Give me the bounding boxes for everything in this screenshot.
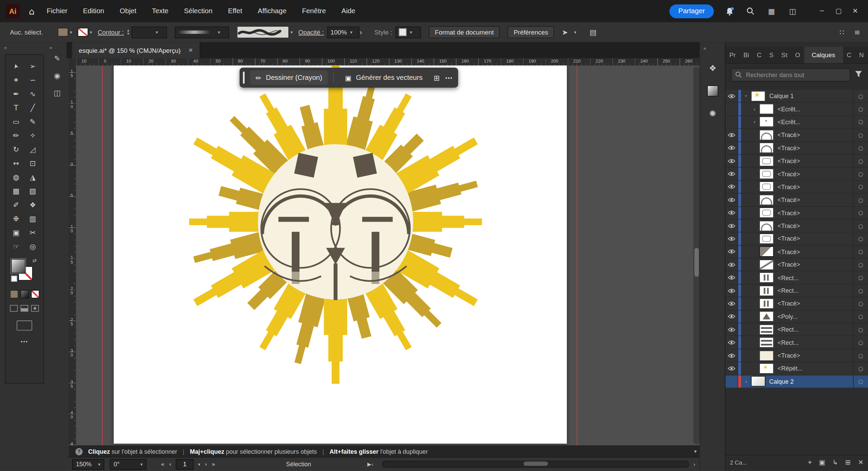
variable-width-profile-select[interactable]: ▾ bbox=[175, 26, 229, 38]
layer-row[interactable]: › <Répét... ○ bbox=[726, 362, 868, 375]
layer-row[interactable]: › <Tracé> ○ bbox=[726, 194, 868, 206]
panel-tab[interactable]: Pr bbox=[726, 51, 740, 58]
layer-name[interactable]: <Tracé> bbox=[774, 158, 853, 164]
layer-thumbnail[interactable] bbox=[759, 272, 774, 283]
layer-row[interactable]: › <Tracé> ○ bbox=[726, 207, 868, 220]
last-artboard-icon[interactable]: » bbox=[212, 461, 215, 468]
layer-name[interactable]: <Tracé> bbox=[774, 183, 853, 190]
draw-pencil-button[interactable]: ✏ Dessiner (Crayon) bbox=[250, 70, 328, 85]
layer-name[interactable]: <Tracé> bbox=[774, 144, 853, 151]
expand-chevron-icon[interactable]: › bbox=[751, 106, 758, 112]
layer-row[interactable]: › <Tracé> ○ bbox=[726, 349, 868, 362]
brush-dropdown-icon[interactable]: ▾ bbox=[291, 30, 293, 35]
close-icon[interactable]: ✕ bbox=[847, 0, 864, 22]
visibility-toggle[interactable] bbox=[726, 232, 738, 245]
shade-sphere-icon[interactable]: ◉ bbox=[54, 71, 61, 80]
menu-item[interactable]: Texte bbox=[152, 7, 169, 15]
rotation-select[interactable]: 0° ▾ bbox=[110, 459, 147, 469]
layer-target-icon[interactable]: ○ bbox=[853, 116, 868, 128]
menu-item[interactable]: Objet bbox=[120, 7, 136, 15]
scroll-down-icon[interactable]: ▾ bbox=[694, 449, 696, 454]
layer-thumbnail[interactable] bbox=[759, 246, 774, 257]
layer-row[interactable]: › <Tracé> ○ bbox=[726, 297, 868, 310]
layer-target-icon[interactable]: ○ bbox=[853, 336, 868, 349]
draw-behind-button[interactable] bbox=[21, 305, 28, 312]
rectangle-tool[interactable]: ▭ bbox=[8, 115, 24, 129]
visibility-toggle[interactable] bbox=[726, 90, 738, 103]
rotate-tool[interactable]: ↻ bbox=[8, 142, 24, 156]
menu-item[interactable]: Fichier bbox=[47, 7, 67, 15]
dropdown-icon[interactable]: ▾ bbox=[156, 30, 158, 35]
dropdown-icon[interactable]: ▾ bbox=[198, 462, 200, 467]
stroke-weight-label[interactable]: Contour : bbox=[98, 29, 124, 36]
layer-name[interactable]: <Tracé> bbox=[774, 209, 853, 216]
horizontal-ruler[interactable]: 1001020304050607080901001101201301401501… bbox=[76, 58, 700, 66]
perspective-grid-tool[interactable]: ◮ bbox=[24, 170, 41, 184]
fill-color-well[interactable] bbox=[11, 259, 26, 273]
delete-layer-icon[interactable]: ✕ bbox=[858, 458, 863, 466]
free-transform-tool[interactable]: ⊡ bbox=[24, 156, 41, 170]
layer-name[interactable]: <Tracé> bbox=[774, 132, 853, 138]
layer-row[interactable]: › <Tracé> ○ bbox=[726, 232, 868, 245]
layer-name[interactable]: <Tracé> bbox=[774, 236, 853, 242]
shape-builder-tool[interactable]: ◍ bbox=[8, 170, 24, 184]
layer-thumbnail[interactable] bbox=[751, 91, 765, 101]
scroll-right-icon[interactable]: › bbox=[693, 461, 696, 467]
panel-tab[interactable]: St bbox=[777, 51, 791, 58]
edit-toolbar-icon[interactable]: ✎ bbox=[54, 54, 60, 63]
layer-name[interactable]: Calque 1 bbox=[765, 93, 853, 99]
preferences-button[interactable]: Préférences bbox=[508, 26, 554, 38]
screen-mode-button[interactable] bbox=[17, 320, 32, 331]
fill-color-swatch[interactable] bbox=[58, 28, 68, 37]
visibility-toggle[interactable] bbox=[726, 259, 738, 271]
help-icon[interactable]: ? bbox=[75, 448, 83, 455]
visibility-toggle[interactable] bbox=[726, 129, 738, 141]
layer-target-icon[interactable]: ○ bbox=[853, 90, 868, 103]
layer-thumbnail[interactable] bbox=[759, 324, 774, 335]
stroke-weight-select[interactable]: ▾ bbox=[131, 26, 167, 38]
symbol-sprayer-tool[interactable]: ❉ bbox=[8, 212, 24, 226]
expand-panels-icon[interactable]: « bbox=[703, 45, 706, 51]
layer-target-icon[interactable]: ○ bbox=[853, 220, 868, 232]
visibility-toggle[interactable] bbox=[726, 155, 738, 167]
layer-target-icon[interactable]: ○ bbox=[853, 310, 868, 323]
dropdown-icon[interactable]: ▾ bbox=[218, 30, 220, 35]
color-button[interactable] bbox=[10, 290, 18, 298]
swap-colors-icon[interactable]: ⇄ bbox=[32, 258, 37, 263]
next-artboard-icon[interactable]: › bbox=[205, 461, 207, 468]
visibility-toggle[interactable] bbox=[726, 323, 738, 336]
notifications-bell-icon[interactable] bbox=[724, 6, 735, 16]
layer-name[interactable]: <Rect... bbox=[774, 326, 853, 333]
panel-tab[interactable]: C bbox=[753, 51, 765, 58]
layer-target-icon[interactable]: ○ bbox=[853, 207, 868, 219]
scrollbar-thumb[interactable] bbox=[694, 248, 698, 276]
new-layer-icon[interactable]: ⊞ bbox=[845, 458, 851, 466]
blend-tool[interactable]: ❖ bbox=[24, 198, 41, 212]
more-options-icon[interactable]: ••• bbox=[445, 74, 453, 81]
brush-definition-select[interactable] bbox=[237, 26, 289, 38]
effects-panel-icon[interactable]: ❖ bbox=[709, 63, 716, 73]
paintbrush-tool[interactable]: ✎ bbox=[24, 115, 41, 129]
curvature-tool[interactable]: ∿ bbox=[24, 87, 41, 101]
drag-handle[interactable] bbox=[243, 71, 245, 84]
dropdown-icon[interactable]: ▾ bbox=[98, 462, 101, 467]
edit-toolbar-icon[interactable]: ••• bbox=[21, 338, 28, 344]
layer-name[interactable]: Calque 2 bbox=[765, 378, 853, 385]
touch-workspace-icon[interactable]: ∷ bbox=[840, 28, 844, 37]
visibility-toggle[interactable] bbox=[726, 181, 738, 193]
document-setup-button[interactable]: Format de document bbox=[429, 26, 500, 38]
layer-thumbnail[interactable] bbox=[759, 298, 774, 309]
shaper-tool[interactable]: ✧ bbox=[24, 129, 41, 142]
visibility-toggle[interactable] bbox=[726, 103, 738, 115]
opacity-select[interactable]: 100% ▾ bbox=[327, 26, 359, 38]
layer-thumbnail[interactable] bbox=[759, 350, 774, 361]
scrollbar-thumb[interactable] bbox=[524, 462, 548, 466]
type-tool[interactable]: T bbox=[8, 101, 24, 115]
stroke-color-swatch[interactable] bbox=[77, 28, 88, 37]
visibility-toggle[interactable] bbox=[726, 220, 738, 232]
layer-target-icon[interactable]: ○ bbox=[853, 285, 868, 297]
locate-object-icon[interactable]: ⌖ bbox=[808, 458, 812, 466]
dropdown-icon[interactable]: ▾ bbox=[410, 30, 412, 35]
step-down-icon[interactable]: ▾ bbox=[127, 32, 129, 36]
layer-target-icon[interactable]: ○ bbox=[853, 323, 868, 336]
